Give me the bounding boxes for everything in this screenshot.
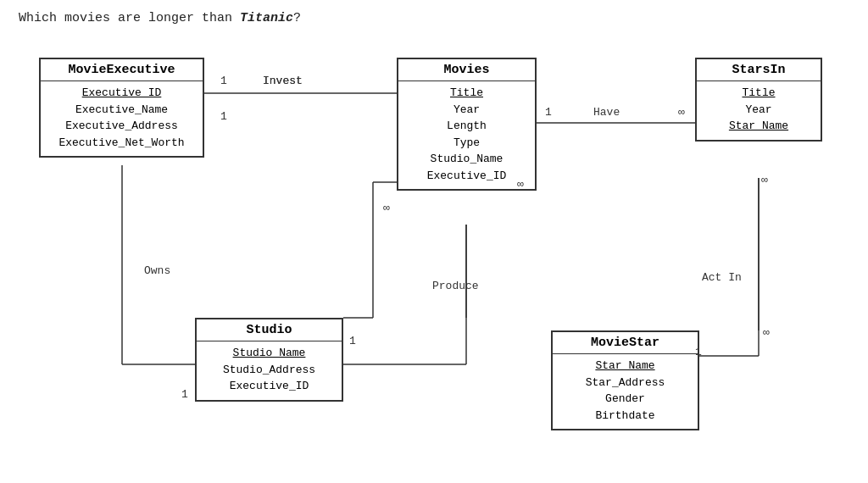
- entity-movie-star-header: MovieStar: [553, 332, 698, 354]
- entity-movies-header: Movies: [398, 59, 535, 81]
- entity-studio-attrs: Studio_Name Studio_Address Executive_ID: [197, 341, 342, 400]
- label-have-one: 1: [545, 106, 552, 119]
- question-suffix: ?: [293, 11, 301, 25]
- question-prefix: Which movies are longer than: [19, 11, 240, 25]
- label-have-many: ∞: [678, 106, 685, 119]
- entity-movies-attrs: Title Year Length Type Studio_Name Execu…: [398, 81, 535, 189]
- label-act-in: Act In: [702, 271, 742, 284]
- label-have: Have: [593, 106, 620, 119]
- label-produce-one: 1: [349, 335, 356, 347]
- label-produce: Produce: [432, 280, 479, 292]
- label-act-in-many: ∞: [763, 326, 770, 339]
- question-text: Which movies are longer than Titanic?: [19, 11, 301, 25]
- entity-studio: Studio Studio_Name Studio_Address Execut…: [195, 318, 343, 402]
- entity-movie-star-attrs: Star_Name Star_Address Gender Birthdate: [553, 354, 698, 429]
- entity-movies: Movies Title Year Length Type Studio_Nam…: [397, 58, 537, 191]
- entity-movie-executive: MovieExecutive Executive_ID Executive_Na…: [39, 58, 204, 158]
- entity-stars-in-attrs: Title Year Star_Name: [697, 81, 821, 140]
- label-invest-one2: 1: [220, 110, 227, 123]
- entity-stars-in-header: StarsIn: [697, 59, 821, 81]
- label-owns-one: 1: [181, 388, 188, 401]
- label-owns: Owns: [144, 264, 170, 277]
- entity-studio-header: Studio: [197, 319, 342, 341]
- label-act-in-one: 1: [695, 346, 702, 358]
- entity-movie-executive-header: MovieExecutive: [41, 59, 203, 81]
- label-invest-one: 1: [220, 75, 227, 87]
- label-movies-bottom-many: ∞: [383, 202, 390, 214]
- label-starsin-bottom-many: ∞: [761, 174, 768, 186]
- entity-movie-star: MovieStar Star_Name Star_Address Gender …: [551, 330, 699, 430]
- label-invest-text: Invest: [263, 75, 303, 87]
- label-movies-right-many: ∞: [517, 178, 524, 191]
- question-highlight: Titanic: [240, 11, 293, 25]
- entity-stars-in: StarsIn Title Year Star_Name: [695, 58, 822, 142]
- entity-movie-executive-attrs: Executive_ID Executive_Name Executive_Ad…: [41, 81, 203, 156]
